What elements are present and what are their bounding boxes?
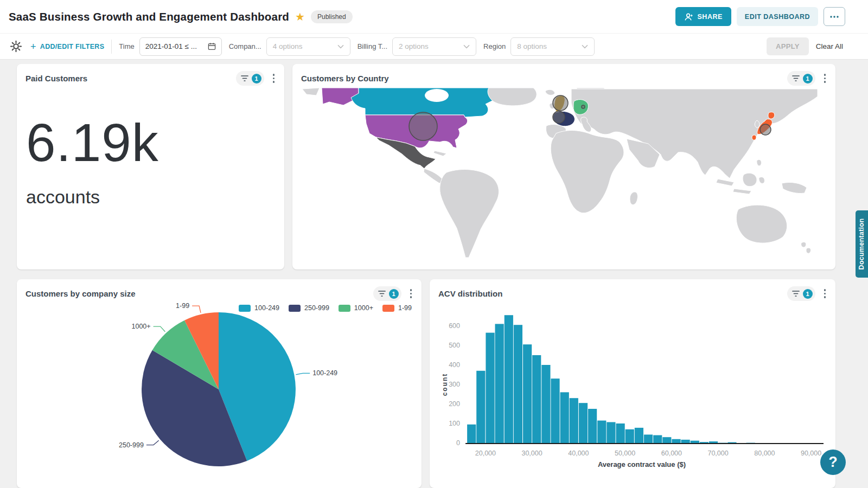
map-bubble-japan[interactable]: [760, 124, 771, 135]
time-filter-value: 2021-01-01 ≤ ...: [145, 42, 197, 50]
histogram-bar[interactable]: [551, 378, 559, 443]
histogram-bar[interactable]: [644, 435, 653, 444]
island-sulawesi[interactable]: [759, 177, 764, 183]
filter-count-badge: 1: [803, 289, 813, 299]
histogram-bar[interactable]: [579, 403, 588, 443]
map-bubble-usa[interactable]: [409, 112, 437, 140]
widget-menu-button[interactable]: [821, 287, 829, 300]
add-edit-filters-button[interactable]: + ADD/EDIT FILTERS: [30, 42, 104, 52]
histogram-bar[interactable]: [662, 437, 671, 443]
company-size-filter-select[interactable]: 4 options: [266, 37, 350, 56]
histogram-bar[interactable]: [597, 421, 606, 443]
x-tick-label: 80,000: [754, 450, 775, 457]
widget-title: Paid Customers: [25, 74, 87, 83]
help-button[interactable]: ?: [820, 450, 846, 475]
funnel-icon: [241, 75, 248, 82]
histogram-bar[interactable]: [681, 440, 690, 443]
histogram-bar[interactable]: [607, 422, 615, 444]
filter-settings-gear-button[interactable]: [9, 39, 23, 54]
widget-title: ACV distribution: [438, 289, 502, 298]
billing-type-filter-value: 2 options: [399, 42, 429, 50]
x-tick-label: 30,000: [521, 450, 542, 457]
widget-menu-button[interactable]: [821, 72, 829, 85]
dashboard-header: SaaS Business Growth and Engagement Dash…: [0, 0, 868, 34]
clear-all-button[interactable]: Clear All: [816, 42, 843, 50]
histogram-bar[interactable]: [635, 428, 643, 443]
billing-type-filter-select[interactable]: 2 options: [392, 37, 476, 56]
histogram-bar[interactable]: [505, 315, 513, 443]
histogram-bar[interactable]: [514, 325, 522, 443]
histogram-bar[interactable]: [570, 398, 578, 443]
apply-button[interactable]: APPLY: [767, 37, 809, 55]
region-filter-select[interactable]: 8 options: [510, 37, 595, 56]
more-menu-button[interactable]: [824, 7, 845, 26]
edit-dashboard-button[interactable]: EDIT DASHBOARD: [737, 7, 818, 26]
histogram-bar[interactable]: [727, 442, 736, 443]
add-edit-filters-label: ADD/EDIT FILTERS: [40, 43, 104, 50]
country-australia[interactable]: [736, 205, 787, 243]
share-button-label: SHARE: [698, 13, 723, 21]
map-bubble-france[interactable]: [553, 111, 565, 123]
histogram-bar[interactable]: [700, 442, 709, 443]
y-tick-label: 200: [449, 400, 460, 408]
region-south-america[interactable]: [440, 169, 499, 258]
country-philippines[interactable]: [757, 159, 762, 165]
chevron-down-icon: [582, 44, 588, 49]
region-filter-value: 8 options: [517, 42, 547, 50]
country-chukotka[interactable]: [302, 88, 320, 95]
published-badge: Published: [311, 10, 353, 23]
widget-menu-button[interactable]: [270, 72, 278, 85]
y-tick-label: 300: [449, 381, 460, 388]
histogram-chart: 010020030040050060020,00030,00040,00050,…: [438, 303, 827, 472]
island-new-guinea[interactable]: [782, 182, 807, 193]
time-filter-input[interactable]: 2021-01-01 ≤ ...: [139, 37, 222, 56]
country-new-zealand[interactable]: [801, 242, 811, 253]
histogram-bar[interactable]: [467, 425, 476, 443]
histogram-bar[interactable]: [476, 371, 485, 443]
island-sumatra[interactable]: [716, 179, 734, 186]
funnel-icon: [792, 75, 800, 82]
histogram-bar[interactable]: [560, 392, 569, 443]
histogram-bar[interactable]: [523, 344, 532, 443]
map-bubble-uk[interactable]: [553, 95, 568, 111]
region-korea[interactable]: [755, 120, 760, 128]
histogram-bar[interactable]: [616, 423, 625, 443]
island-java[interactable]: [733, 189, 751, 194]
histogram-bar[interactable]: [541, 365, 550, 443]
histogram-bar[interactable]: [626, 429, 634, 443]
histogram-bar[interactable]: [588, 409, 597, 443]
region-greenland[interactable]: [488, 88, 537, 106]
widget-filter-indicator[interactable]: 1: [787, 286, 815, 301]
x-tick-label: 90,000: [801, 450, 821, 457]
widget-filter-indicator[interactable]: 1: [236, 71, 264, 86]
documentation-tab[interactable]: Documentation: [856, 210, 868, 278]
map-bubble-germany[interactable]: [582, 105, 585, 108]
chevron-down-icon: [463, 44, 470, 49]
country-madagascar[interactable]: [630, 192, 637, 204]
widget-filter-indicator[interactable]: 1: [787, 71, 815, 86]
island-borneo[interactable]: [743, 173, 757, 187]
y-tick-label: 600: [449, 322, 460, 330]
histogram-bar[interactable]: [691, 441, 699, 443]
country-germany[interactable]: [573, 100, 589, 115]
filter-bar: + ADD/EDIT FILTERS Time 2021-01-01 ≤ ...…: [0, 34, 868, 60]
country-iceland[interactable]: [545, 89, 555, 95]
country-japan-hokkaido[interactable]: [768, 112, 775, 119]
histogram-bar[interactable]: [672, 439, 680, 443]
country-cuba[interactable]: [433, 151, 446, 156]
histogram-bar[interactable]: [495, 324, 504, 443]
widget-title: Customers by Country: [301, 74, 389, 83]
y-tick-label: 100: [449, 420, 460, 427]
histogram-bar[interactable]: [653, 435, 662, 443]
favorite-star-icon[interactable]: ★: [295, 11, 305, 22]
histogram-bar[interactable]: [532, 355, 541, 443]
histogram-bar[interactable]: [486, 333, 494, 443]
share-button[interactable]: SHARE: [675, 7, 731, 26]
pie-slice-label: 1000+: [131, 323, 150, 330]
x-tick-label: 60,000: [661, 450, 682, 457]
country-japan-kyushu[interactable]: [752, 135, 756, 140]
histogram-bar[interactable]: [709, 441, 718, 443]
x-axis-title: Average contract value ($): [598, 460, 686, 468]
kpi-unit: accounts: [26, 187, 284, 208]
region-africa[interactable]: [551, 130, 624, 213]
